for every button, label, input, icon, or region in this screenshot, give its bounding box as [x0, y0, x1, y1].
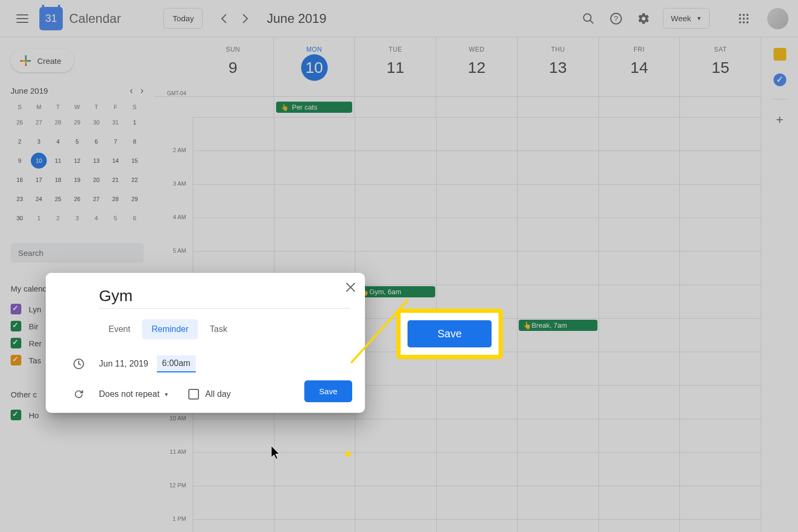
search-people-input[interactable]: Search	[11, 243, 144, 263]
time-cell[interactable]	[355, 452, 436, 486]
day-number[interactable]: 12	[463, 54, 490, 81]
settings-button[interactable]	[631, 6, 656, 31]
time-cell[interactable]	[274, 519, 355, 532]
mini-day[interactable]: 21	[107, 172, 123, 188]
time-cell[interactable]	[517, 486, 598, 519]
time-cell[interactable]	[355, 151, 436, 184]
time-cell[interactable]	[598, 117, 680, 151]
mini-day[interactable]: 28	[50, 114, 66, 130]
time-cell[interactable]	[436, 251, 518, 285]
repeat-selector[interactable]: Does not repeat▼	[99, 389, 169, 399]
close-button[interactable]	[346, 282, 355, 292]
time-cell[interactable]	[679, 452, 761, 486]
day-number[interactable]: 15	[707, 54, 734, 81]
time-cell[interactable]	[274, 419, 355, 452]
mini-day[interactable]: 30	[88, 114, 104, 130]
mini-day[interactable]: 26	[12, 114, 28, 130]
mini-calendar-prev[interactable]: ‹	[130, 85, 133, 96]
calendar-checkbox[interactable]	[11, 304, 21, 314]
mini-day[interactable]: 17	[31, 172, 47, 188]
mini-day[interactable]: 25	[50, 191, 66, 207]
day-header[interactable]: FRI14	[598, 37, 680, 96]
mini-day[interactable]: 11	[50, 153, 66, 169]
day-header[interactable]: MON10	[273, 37, 355, 96]
mini-day[interactable]: 29	[69, 114, 85, 130]
allday-cell[interactable]	[598, 97, 680, 117]
time-field[interactable]: 6:00am	[157, 355, 196, 372]
day-number[interactable]: 10	[301, 54, 328, 81]
time-cell[interactable]	[355, 251, 436, 285]
mini-day[interactable]: 3	[69, 210, 85, 226]
mini-day[interactable]: 26	[69, 191, 85, 207]
mini-day[interactable]: 16	[12, 172, 28, 188]
allday-cell[interactable]: 👆Per cats	[273, 97, 355, 117]
mini-day[interactable]: 2	[50, 210, 66, 226]
time-cell[interactable]	[598, 385, 680, 419]
mini-day[interactable]: 22	[127, 172, 143, 188]
tasks-icon[interactable]	[774, 73, 786, 86]
time-cell[interactable]	[355, 419, 436, 452]
time-cell[interactable]	[436, 519, 518, 532]
mini-day[interactable]: 10	[31, 153, 47, 169]
mini-day[interactable]: 1	[31, 210, 47, 226]
time-cell[interactable]	[517, 117, 598, 151]
time-cell[interactable]	[679, 519, 761, 532]
mini-day[interactable]: 4	[50, 134, 66, 149]
keep-icon[interactable]	[774, 48, 786, 61]
day-header[interactable]: TUE11	[354, 37, 436, 96]
allday-event-chip[interactable]: 👆Per cats	[276, 102, 353, 113]
time-cell[interactable]	[679, 285, 761, 318]
search-button[interactable]	[576, 6, 601, 31]
mini-day[interactable]: 5	[69, 134, 85, 149]
time-cell[interactable]	[436, 151, 518, 184]
time-cell[interactable]	[598, 519, 680, 532]
time-cell[interactable]	[193, 519, 274, 532]
time-cell[interactable]	[517, 352, 598, 385]
time-cell[interactable]	[517, 385, 598, 419]
account-avatar[interactable]	[767, 8, 788, 29]
mini-day[interactable]: 15	[127, 153, 143, 169]
time-cell[interactable]	[517, 452, 598, 486]
time-cell[interactable]	[517, 151, 598, 184]
time-cell[interactable]	[598, 352, 680, 385]
time-cell[interactable]	[436, 486, 518, 519]
mini-day[interactable]: 30	[12, 210, 28, 226]
time-cell[interactable]	[274, 218, 355, 251]
date-field[interactable]: Jun 11, 2019	[99, 359, 148, 369]
mini-day[interactable]: 14	[107, 153, 123, 169]
calendar-checkbox[interactable]	[11, 410, 21, 420]
menu-button[interactable]	[10, 6, 35, 31]
mini-day[interactable]: 27	[88, 191, 104, 207]
time-cell[interactable]	[679, 151, 761, 184]
day-header[interactable]: THU13	[517, 37, 598, 96]
time-cell[interactable]	[193, 452, 274, 486]
time-cell[interactable]	[355, 184, 436, 218]
time-cell[interactable]	[193, 117, 274, 151]
allday-cell[interactable]	[436, 97, 517, 117]
time-cell[interactable]	[193, 486, 274, 519]
calendar-checkbox[interactable]	[11, 355, 21, 365]
mini-day[interactable]: 23	[12, 191, 28, 207]
time-cell[interactable]: 👆Break, 7am	[517, 318, 598, 352]
time-cell[interactable]	[679, 184, 761, 218]
time-cell[interactable]	[517, 285, 598, 318]
time-cell[interactable]	[193, 218, 274, 251]
mini-day[interactable]: 2	[12, 134, 28, 149]
time-cell[interactable]	[598, 218, 680, 251]
mini-day[interactable]: 29	[127, 191, 143, 207]
time-cell[interactable]	[679, 218, 761, 251]
time-cell[interactable]	[436, 218, 518, 251]
time-cell[interactable]	[517, 251, 598, 285]
time-cell[interactable]	[436, 117, 518, 151]
time-cell[interactable]	[274, 486, 355, 519]
view-selector[interactable]: Week ▼	[663, 8, 710, 29]
time-cell[interactable]	[355, 519, 436, 532]
allday-cell[interactable]	[193, 97, 273, 117]
tab-task[interactable]: Task	[200, 319, 237, 339]
time-cell[interactable]	[598, 184, 680, 218]
tab-event[interactable]: Event	[99, 319, 140, 339]
mini-day[interactable]: 8	[127, 134, 143, 149]
mini-day[interactable]: 18	[50, 172, 66, 188]
mini-day[interactable]: 31	[107, 114, 123, 130]
time-cell[interactable]	[193, 419, 274, 452]
